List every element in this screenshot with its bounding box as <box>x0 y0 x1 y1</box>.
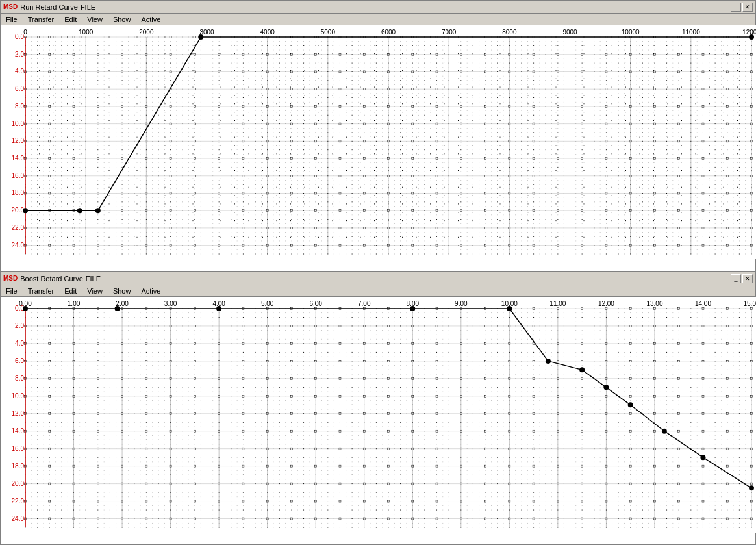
menu-show-2[interactable]: Show <box>110 286 134 296</box>
msd-logo-1: MSD <box>3 3 18 10</box>
minimize-button-2[interactable]: _ <box>731 274 741 283</box>
close-button-1[interactable]: ✕ <box>742 3 753 12</box>
boost-retard-window: MSD Boost Retard Curve FILE _ ✕ File Tra… <box>0 272 756 545</box>
menu-show-1[interactable]: Show <box>110 15 134 24</box>
menu-view-2[interactable]: View <box>84 286 105 296</box>
menu-edit-2[interactable]: Edit <box>62 286 79 296</box>
menu-active-2[interactable]: Active <box>138 286 163 296</box>
chart-canvas-2 <box>1 297 756 533</box>
menu-transfer-1[interactable]: Transfer <box>25 15 57 24</box>
window-file-2: FILE <box>86 275 101 283</box>
run-retard-window: MSD Run Retard Curve FILE _ ✕ File Trans… <box>0 0 756 272</box>
title-bar-2: MSD Boost Retard Curve FILE _ ✕ <box>1 272 755 285</box>
title-bar-left-1: MSD Run Retard Curve FILE <box>3 3 95 11</box>
menu-view-1[interactable]: View <box>84 15 105 24</box>
menu-active-1[interactable]: Active <box>138 15 163 24</box>
window-title-2: Boost Retard Curve <box>20 275 83 283</box>
chart-canvas-1 <box>1 25 756 259</box>
menu-bar-1: File Transfer Edit View Show Active <box>1 14 755 25</box>
chart-area-1 <box>1 25 755 259</box>
title-bar-left-2: MSD Boost Retard Curve FILE <box>3 275 101 283</box>
title-bar-1: MSD Run Retard Curve FILE _ ✕ <box>1 1 755 14</box>
title-bar-controls-2: _ ✕ <box>731 274 753 283</box>
window-file-1: FILE <box>81 3 95 11</box>
close-button-2[interactable]: ✕ <box>742 274 753 283</box>
menu-transfer-2[interactable]: Transfer <box>25 286 57 296</box>
menu-file-2[interactable]: File <box>3 286 20 296</box>
window-title-1: Run Retard Curve <box>20 3 78 11</box>
minimize-button-1[interactable]: _ <box>731 3 741 12</box>
msd-logo-2: MSD <box>3 275 18 282</box>
menu-edit-1[interactable]: Edit <box>62 15 79 24</box>
menu-file-1[interactable]: File <box>3 15 20 24</box>
menu-bar-2: File Transfer Edit View Show Active <box>1 285 755 297</box>
chart-area-2 <box>1 297 755 533</box>
title-bar-controls-1: _ ✕ <box>731 3 753 12</box>
